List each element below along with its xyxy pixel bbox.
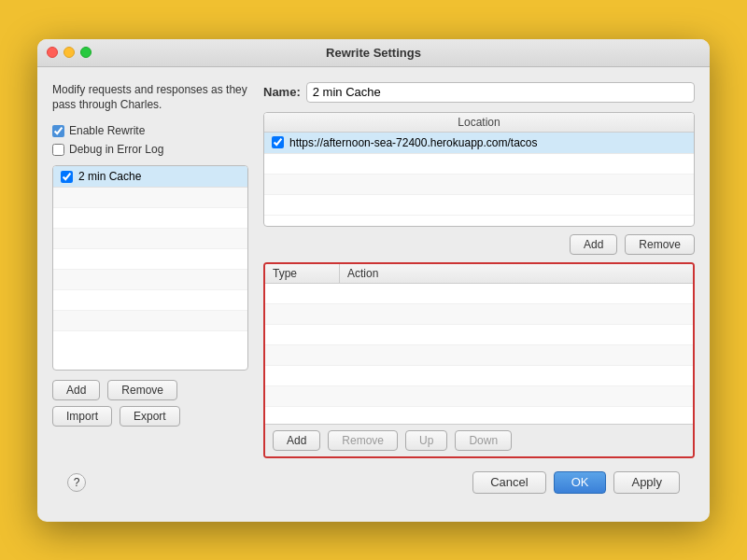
maximize-button[interactable] <box>80 47 92 58</box>
list-empty-row <box>53 270 247 290</box>
help-button[interactable]: ? <box>67 473 86 492</box>
close-button[interactable] <box>47 47 58 58</box>
list-empty-row <box>53 290 247 311</box>
rules-empty-row <box>265 366 693 386</box>
list-item-label: 2 min Cache <box>78 170 141 183</box>
rules-down-button[interactable]: Down <box>455 430 512 451</box>
debug-log-row: Debug in Error Log <box>52 143 248 156</box>
name-row: Name: <box>263 82 695 103</box>
location-table-body[interactable]: https://afternoon-sea-72400.herokuapp.co… <box>264 133 694 226</box>
location-table: Location https://afternoon-sea-72400.her… <box>263 112 695 227</box>
minimize-button[interactable] <box>63 47 75 58</box>
left-action-buttons: Add Remove Import Export <box>52 380 248 427</box>
rules-table-header: Type Action <box>265 264 693 284</box>
enable-rewrite-checkbox[interactable] <box>52 125 64 137</box>
rules-table: Type Action Add Remove Up <box>263 262 695 458</box>
rules-up-button[interactable]: Up <box>405 430 447 451</box>
enable-rewrite-row: Enable Rewrite <box>52 124 248 137</box>
description-text: Modify requests and responses as they pa… <box>52 82 248 114</box>
list-empty-row <box>53 249 247 270</box>
list-empty-row <box>53 311 247 331</box>
list-empty-row <box>53 188 247 208</box>
apply-button[interactable]: Apply <box>613 471 680 494</box>
rules-type-header: Type <box>265 264 340 283</box>
import-export-row: Import Export <box>52 406 248 427</box>
ok-button[interactable]: OK <box>554 471 607 494</box>
rules-empty-row <box>265 284 693 304</box>
list-empty-row <box>53 208 247 229</box>
rules-empty-row <box>265 386 693 407</box>
rules-add-button[interactable]: Add <box>273 430 320 451</box>
window-title: Rewrite Settings <box>326 46 421 60</box>
location-empty-row <box>264 154 694 175</box>
debug-log-checkbox[interactable] <box>52 144 64 156</box>
location-checkbox[interactable] <box>272 136 284 148</box>
name-input[interactable] <box>306 82 695 103</box>
export-button[interactable]: Export <box>120 406 180 427</box>
rules-body[interactable] <box>265 284 693 424</box>
location-empty-row <box>264 175 694 195</box>
rules-action-header: Action <box>340 264 693 283</box>
traffic-lights <box>47 47 92 58</box>
right-panel: Name: Location https://afternoon-sea-724… <box>263 82 695 458</box>
main-layout: Modify requests and responses as they pa… <box>52 82 695 458</box>
enable-rewrite-label: Enable Rewrite <box>69 124 145 137</box>
list-item[interactable]: 2 min Cache <box>53 166 247 188</box>
rules-buttons-row: Add Remove Up Down <box>265 424 693 456</box>
cancel-button[interactable]: Cancel <box>472 471 545 494</box>
bottom-bar: ? Cancel OK Apply <box>52 462 695 507</box>
left-remove-button[interactable]: Remove <box>107 380 177 400</box>
add-remove-row: Add Remove <box>52 380 248 400</box>
list-item-checkbox[interactable] <box>61 171 73 183</box>
location-remove-button[interactable]: Remove <box>625 234 695 255</box>
location-row[interactable]: https://afternoon-sea-72400.herokuapp.co… <box>264 133 694 154</box>
rewrite-settings-window: Rewrite Settings Modify requests and res… <box>37 39 710 522</box>
list-empty-row <box>53 229 247 249</box>
window-body: Modify requests and responses as they pa… <box>37 67 710 522</box>
location-buttons-row: Add Remove <box>263 234 695 255</box>
location-add-button[interactable]: Add <box>570 234 617 255</box>
rules-remove-button[interactable]: Remove <box>328 430 398 451</box>
left-panel: Modify requests and responses as they pa… <box>52 82 248 458</box>
rules-empty-row <box>265 325 693 345</box>
bottom-right-buttons: Cancel OK Apply <box>472 471 680 494</box>
rewrite-rules-list[interactable]: 2 min Cache <box>52 165 248 371</box>
rules-empty-row <box>265 304 693 325</box>
titlebar: Rewrite Settings <box>37 39 710 67</box>
location-header: Location <box>264 113 694 133</box>
location-empty-row <box>264 195 694 216</box>
rules-empty-row <box>265 345 693 366</box>
import-button[interactable]: Import <box>52 406 112 427</box>
name-label: Name: <box>263 85 301 99</box>
location-url: https://afternoon-sea-72400.herokuapp.co… <box>289 136 538 149</box>
debug-log-label: Debug in Error Log <box>69 143 163 156</box>
left-add-button[interactable]: Add <box>52 380 100 400</box>
